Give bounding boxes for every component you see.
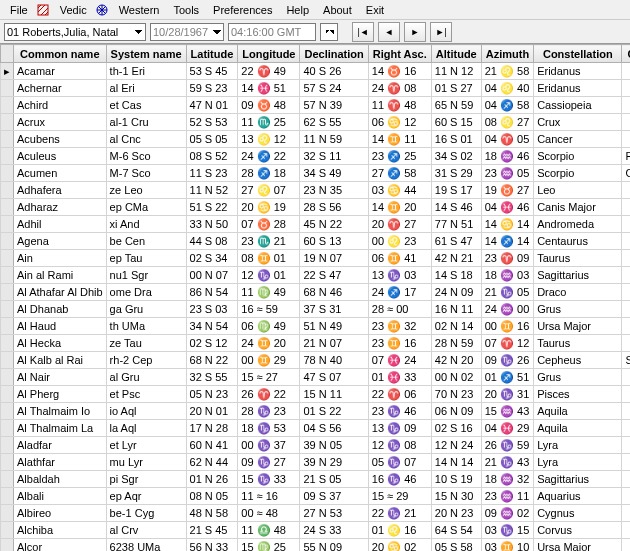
cell-ra: 16 ♑ 46: [368, 471, 431, 488]
cell-const: Eridanus: [534, 80, 622, 97]
dropdown-blank[interactable]: [320, 23, 338, 41]
menu-file[interactable]: File: [4, 2, 34, 18]
table-row[interactable]: AculeusM-6 Sco08 S 5224 ♐ 2232 S 1123 ♐ …: [1, 148, 631, 165]
nav-first[interactable]: |◄: [352, 22, 374, 42]
cell-system: ome Dra: [106, 284, 186, 301]
table-row[interactable]: Al Nairal Gru32 S 5515 ≈ 2747 S 0701 ♓ 3…: [1, 369, 631, 386]
col-Declination[interactable]: Declination: [300, 45, 368, 63]
cell-dec: 24 S 33: [300, 522, 368, 539]
cell-ra: 22 ♈ 06: [368, 386, 431, 403]
cell-sel: [1, 199, 14, 216]
nav-prev[interactable]: ◄: [378, 22, 400, 42]
menu-about[interactable]: About: [317, 2, 358, 18]
table-row[interactable]: Albaliep Aqr08 N 0511 ≈ 1609 S 3715 ≈ 29…: [1, 488, 631, 505]
cell-az: 21 ♑ 43: [481, 454, 533, 471]
cell-sel: [1, 539, 14, 552]
date-input[interactable]: [150, 23, 224, 41]
col-Right Asc.[interactable]: Right Asc.: [368, 45, 431, 63]
table-row[interactable]: Al Heckaze Tau02 S 1224 ♊ 2021 N 0723 ♊ …: [1, 335, 631, 352]
table-row[interactable]: ▸Acamarth-1 Eri53 S 4522 ♈ 4940 S 2614 ♉…: [1, 63, 631, 80]
cell-alt: 00 N 02: [431, 369, 481, 386]
col-Constellation[interactable]: Constellation: [534, 45, 622, 63]
table-row[interactable]: Acruxal-1 Cru52 S 5311 ♏ 2562 S 5506 ♋ 1…: [1, 114, 631, 131]
table-row[interactable]: Al Thalmaim Ioio Aql20 N 0128 ♑ 2301 S 2…: [1, 403, 631, 420]
menu-western[interactable]: Western: [113, 2, 166, 18]
cell-alt: 14 S 46: [431, 199, 481, 216]
table-row[interactable]: Alcor6238 UMa56 N 3315 ♍ 2555 N 0920 ♋ 0…: [1, 539, 631, 552]
cell-common: Achernar: [14, 80, 107, 97]
table-row[interactable]: Acubensal Cnc05 S 0513 ♌ 1211 N 5914 ♊ 1…: [1, 131, 631, 148]
col-Latitude[interactable]: Latitude: [186, 45, 238, 63]
cell-common: Ain al Rami: [14, 267, 107, 284]
table-row[interactable]: Alchibaal Crv21 S 4511 ♎ 4824 S 3301 ♌ 1…: [1, 522, 631, 539]
table-row[interactable]: Ainep Tau02 S 3408 ♊ 0119 N 0706 ♊ 4142 …: [1, 250, 631, 267]
menu-vedic[interactable]: Vedic: [54, 2, 93, 18]
cell-lat: 48 N 58: [186, 505, 238, 522]
table-row[interactable]: AcumenM-7 Sco11 S 2328 ♐ 1834 S 4927 ♐ 5…: [1, 165, 631, 182]
table-row[interactable]: Adharazep CMa51 S 2220 ♋ 1928 S 5614 ♊ 2…: [1, 199, 631, 216]
table-row[interactable]: Ain al Raminu1 Sgr00 N 0712 ♑ 0122 S 471…: [1, 267, 631, 284]
cell-ra: 01 ♌ 16: [368, 522, 431, 539]
cell-az: 00 ♊ 16: [481, 318, 533, 335]
cell-ra: 14 ♊ 11: [368, 131, 431, 148]
cell-common: Agena: [14, 233, 107, 250]
table-row[interactable]: Al Pherget Psc05 N 2326 ♈ 2215 N 1122 ♈ …: [1, 386, 631, 403]
cell-comm: Open Cluste: [622, 165, 630, 182]
menu-help[interactable]: Help: [280, 2, 315, 18]
cell-common: Albali: [14, 488, 107, 505]
cell-alt: 20 N 23: [431, 505, 481, 522]
cell-common: Aculeus: [14, 148, 107, 165]
table-row[interactable]: Al Kalb al Rairh-2 Cep68 N 2200 ♊ 2978 N…: [1, 352, 631, 369]
cell-ra: 13 ♑ 03: [368, 267, 431, 284]
col-Azimuth[interactable]: Azimuth: [481, 45, 533, 63]
cell-lon: 22 ♈ 49: [238, 63, 300, 80]
cell-ra: 23 ♊ 32: [368, 318, 431, 335]
menu-exit[interactable]: Exit: [360, 2, 390, 18]
table-row[interactable]: Alathfarmu Lyr62 N 4409 ♑ 2739 N 2905 ♑ …: [1, 454, 631, 471]
table-row[interactable]: Agenabe Cen44 S 0823 ♏ 2160 S 1300 ♌ 236…: [1, 233, 631, 250]
cell-system: M-6 Sco: [106, 148, 186, 165]
cell-const: Grus: [534, 369, 622, 386]
cell-const: Taurus: [534, 250, 622, 267]
table-row[interactable]: Aladfaret Lyr60 N 4100 ♑ 3739 N 0512 ♑ 0…: [1, 437, 631, 454]
table-row[interactable]: Achirdet Cas47 N 0109 ♉ 4857 N 3911 ♈ 48…: [1, 97, 631, 114]
cell-system: al Gru: [106, 369, 186, 386]
table-row[interactable]: Adhilxi And33 N 5007 ♉ 2845 N 2220 ♈ 277…: [1, 216, 631, 233]
table-row[interactable]: Achernaral Eri59 S 2314 ♓ 5157 S 2424 ♈ …: [1, 80, 631, 97]
cell-sel: [1, 522, 14, 539]
cell-sel: [1, 131, 14, 148]
cell-sel: [1, 301, 14, 318]
cell-comm: [622, 114, 630, 131]
table-row[interactable]: Al Athafar Al Dhibome Dra86 N 5411 ♍ 496…: [1, 284, 631, 301]
table-container[interactable]: Common nameSystem nameLatitudeLongitudeD…: [0, 44, 630, 551]
table-row[interactable]: Al Haudth UMa34 N 5406 ♍ 4951 N 4923 ♊ 3…: [1, 318, 631, 335]
chart-select[interactable]: [4, 23, 146, 41]
cell-system: ep CMa: [106, 199, 186, 216]
table-row[interactable]: Albaldahpi Sgr01 N 2615 ♑ 3321 S 0516 ♑ …: [1, 471, 631, 488]
cell-common: Adhafera: [14, 182, 107, 199]
col-Longitude[interactable]: Longitude: [238, 45, 300, 63]
cell-lon: 00 ♊ 29: [238, 352, 300, 369]
table-row[interactable]: Al Thalmaim Lala Aql17 N 2818 ♑ 5304 S 5…: [1, 420, 631, 437]
col-selector[interactable]: [1, 45, 14, 63]
cell-comm: [622, 505, 630, 522]
menu-tools[interactable]: Tools: [167, 2, 205, 18]
col-System name[interactable]: System name: [106, 45, 186, 63]
cell-sel: [1, 216, 14, 233]
cell-const: Leo: [534, 182, 622, 199]
nav-last[interactable]: ►|: [430, 22, 452, 42]
col-Altitude[interactable]: Altitude: [431, 45, 481, 63]
cell-const: Canis Major: [534, 199, 622, 216]
col-Comments[interactable]: Comments: [622, 45, 630, 63]
cell-dec: 32 S 11: [300, 148, 368, 165]
cell-lon: 15 ≈ 27: [238, 369, 300, 386]
cell-alt: 14 S 18: [431, 267, 481, 284]
time-input[interactable]: [228, 23, 316, 41]
table-row[interactable]: Al Dhanabga Gru23 S 0316 ≈ 5937 S 3128 ≈…: [1, 301, 631, 318]
nav-next[interactable]: ►: [404, 22, 426, 42]
cell-comm: [622, 233, 630, 250]
table-row[interactable]: Albireobe-1 Cyg48 N 5800 ≈ 4827 N 5322 ♑…: [1, 505, 631, 522]
menu-preferences[interactable]: Preferences: [207, 2, 278, 18]
table-row[interactable]: Adhaferaze Leo11 N 5227 ♌ 0723 N 3503 ♋ …: [1, 182, 631, 199]
col-Common name[interactable]: Common name: [14, 45, 107, 63]
